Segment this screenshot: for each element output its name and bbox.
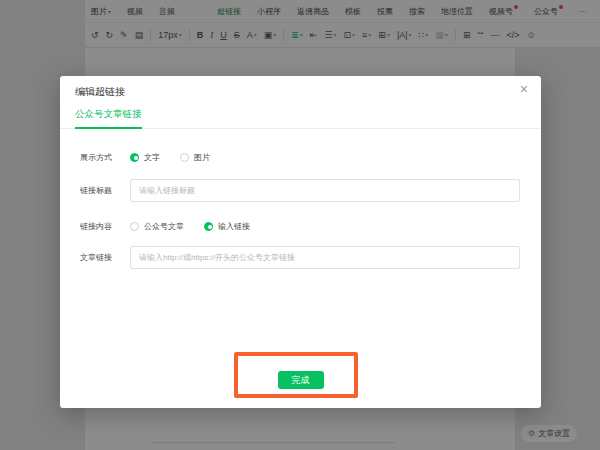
done-button[interactable]: 完成 xyxy=(278,371,324,389)
screen: 图片▾视频音频超链接小程序返佣商品模板投票搜索地理位置视频号公众号··· ↺↻✎… xyxy=(0,0,600,450)
link-title-input[interactable] xyxy=(130,179,520,202)
link-content-label: 链接内容 xyxy=(80,221,130,232)
link-title-label: 链接标题 xyxy=(80,185,130,196)
radio-enter-link[interactable]: 输入链接 xyxy=(204,221,250,232)
close-icon[interactable]: × xyxy=(520,82,528,96)
radio-icon xyxy=(204,222,213,231)
radio-icon xyxy=(180,153,189,162)
link-title-row: 链接标题 xyxy=(80,179,520,202)
radio-official-article[interactable]: 公众号文章 xyxy=(130,221,184,232)
radio-icon xyxy=(130,153,139,162)
link-content-row: 链接内容 公众号文章 输入链接 xyxy=(80,220,520,232)
edit-hyperlink-modal: 编辑超链接 × 公众号文章链接 展示方式 文字 图片 链接标题 xyxy=(60,76,541,408)
hyperlink-form: 展示方式 文字 图片 链接标题 链接内容 公众号文章 xyxy=(80,129,520,269)
display-type-row: 展示方式 文字 图片 xyxy=(80,151,520,163)
modal-tab-bar: 公众号文章链接 xyxy=(60,106,541,129)
radio-display-text[interactable]: 文字 xyxy=(130,152,160,163)
article-link-label: 文章链接 xyxy=(80,252,130,263)
modal-title: 编辑超链接 xyxy=(75,85,125,99)
article-link-row: 文章链接 xyxy=(80,246,520,269)
display-type-label: 展示方式 xyxy=(80,152,130,163)
tab-official-article-link[interactable]: 公众号文章链接 xyxy=(75,108,142,129)
radio-display-image[interactable]: 图片 xyxy=(180,152,210,163)
radio-icon xyxy=(130,222,139,231)
article-link-input[interactable] xyxy=(130,246,520,269)
